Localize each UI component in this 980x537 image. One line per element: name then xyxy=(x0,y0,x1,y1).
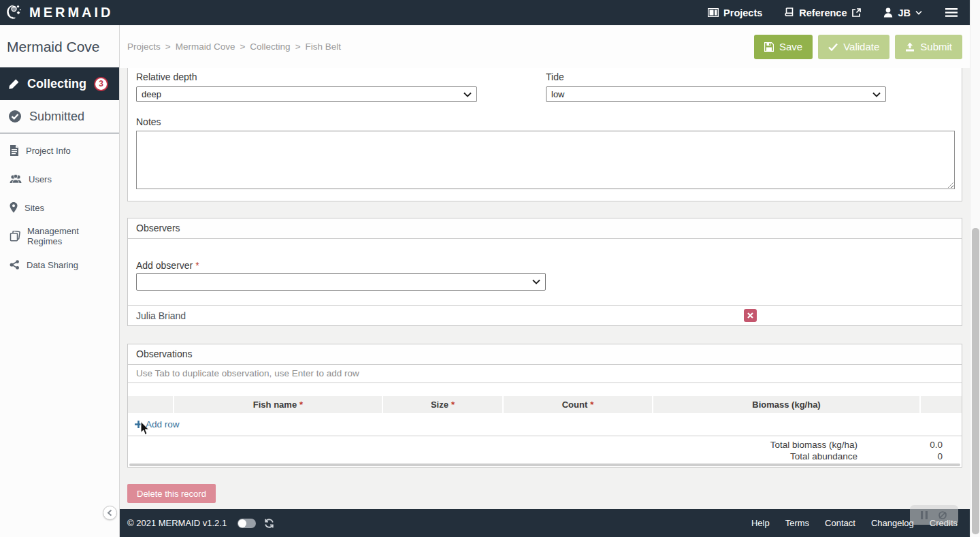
user-icon xyxy=(883,7,893,18)
replay-disabled-icon[interactable] xyxy=(938,510,947,520)
sidebar-submitted-label: Submitted xyxy=(29,110,84,124)
footer-link-changelog[interactable]: Changelog xyxy=(871,518,914,528)
offline-toggle[interactable] xyxy=(238,519,256,528)
book-icon xyxy=(784,7,794,18)
mermaid-logo-icon xyxy=(5,3,24,22)
navbar-menu: Projects Reference JB xyxy=(708,7,970,18)
sidebar-item-users[interactable]: Users xyxy=(0,165,119,193)
scrollbar-thumb[interactable] xyxy=(972,228,979,534)
check-icon xyxy=(828,43,838,51)
sidebar-link-label: Management Regimes xyxy=(27,226,110,246)
tide-select[interactable]: low xyxy=(546,86,886,102)
pencil-icon xyxy=(8,78,20,90)
collecting-count-badge: 3 xyxy=(94,77,108,91)
observations-card: Observations Use Tab to duplicate observ… xyxy=(127,344,962,468)
users-icon xyxy=(10,174,22,184)
breadcrumb-separator: > xyxy=(240,42,245,52)
plus-icon xyxy=(135,421,142,428)
breadcrumb-project[interactable]: Mermaid Cove xyxy=(176,42,235,52)
share-icon xyxy=(10,260,20,270)
sidebar-link-label: Project Info xyxy=(26,146,71,156)
column-header-row-number xyxy=(128,396,173,413)
save-button-label: Save xyxy=(779,41,802,52)
footer-link-help[interactable]: Help xyxy=(751,518,770,528)
relative-depth-label: Relative depth xyxy=(136,71,197,82)
sidebar-item-submitted[interactable]: Submitted xyxy=(0,100,119,133)
breadcrumb-projects[interactable]: Projects xyxy=(127,42,161,52)
pause-icon[interactable] xyxy=(921,511,928,519)
breadcrumb-collecting[interactable]: Collecting xyxy=(250,42,290,52)
sidebar: Mermaid Cove Collecting 3 Submitted Proj… xyxy=(0,25,120,537)
required-asterisk: * xyxy=(195,260,199,271)
relative-depth-value: deep xyxy=(142,89,161,99)
submit-button-label: Submit xyxy=(920,41,952,52)
observer-row: Julia Briand xyxy=(128,305,962,325)
footer: © 2021 MERMAID v1.2.1 Help Terms Contact… xyxy=(120,509,970,537)
observations-totals: Total biomass (kg/ha) 0.0 Total abundanc… xyxy=(770,440,943,462)
select-chevron-icon xyxy=(463,92,472,97)
column-label: Biomass (kg/ha) xyxy=(752,400,820,410)
validate-button[interactable]: Validate xyxy=(818,35,889,59)
resize-grip-icon[interactable] xyxy=(946,180,953,188)
required-asterisk: * xyxy=(590,400,593,410)
user-initials: JB xyxy=(898,7,911,18)
sidebar-item-data-sharing[interactable]: Data Sharing xyxy=(0,250,119,279)
menu-icon[interactable] xyxy=(945,8,958,17)
observers-title: Observers xyxy=(128,218,962,239)
column-header-actions xyxy=(921,396,962,413)
required-asterisk: * xyxy=(299,400,303,410)
sidebar-item-project-info[interactable]: Project Info xyxy=(0,136,119,165)
sidebar-item-management-regimes[interactable]: Management Regimes xyxy=(0,222,119,250)
copyright-text: © 2021 MERMAID v1.2.1 xyxy=(127,518,227,528)
add-observer-select[interactable] xyxy=(136,273,546,291)
column-header-fish-name: Fish name * xyxy=(174,396,382,413)
nav-reference[interactable]: Reference xyxy=(784,7,862,18)
select-chevron-icon xyxy=(532,279,540,284)
footer-link-contact[interactable]: Contact xyxy=(825,518,855,528)
observers-card: Observers Add observer * Julia Briand xyxy=(127,218,962,326)
observations-table-header: Fish name * Size * Count * Biomass (kg/h… xyxy=(128,396,962,413)
sync-refresh-icon[interactable] xyxy=(264,519,274,528)
sidebar-link-label: Data Sharing xyxy=(27,260,78,270)
observations-hint: Use Tab to duplicate observation, use En… xyxy=(128,365,962,383)
remove-observer-button[interactable] xyxy=(744,309,757,322)
nav-user-menu[interactable]: JB xyxy=(883,7,922,18)
relative-depth-select[interactable]: deep xyxy=(136,86,477,102)
notes-textarea[interactable] xyxy=(136,131,955,189)
save-button[interactable]: Save xyxy=(754,35,813,59)
validate-button-label: Validate xyxy=(843,41,879,52)
check-circle-icon xyxy=(8,110,22,123)
add-row-label: Add row xyxy=(146,419,180,429)
page-header: Projects > Mermaid Cove > Collecting > F… xyxy=(120,25,970,68)
brand-name: MERMAID xyxy=(29,5,114,20)
footer-link-terms[interactable]: Terms xyxy=(785,518,809,528)
vertical-scrollbar[interactable] xyxy=(970,0,980,537)
sidebar-collecting-label: Collecting xyxy=(27,77,86,91)
select-chevron-icon xyxy=(872,92,881,97)
sidebar-link-label: Sites xyxy=(24,203,44,213)
delete-record-button[interactable]: Delete this record xyxy=(127,484,216,503)
horizontal-scrollbar[interactable] xyxy=(129,463,960,466)
sidebar-links: Project Info Users Sites Management Regi… xyxy=(0,133,119,279)
add-observer-label: Add observer * xyxy=(136,260,199,271)
sidebar-item-sites[interactable]: Sites xyxy=(0,193,119,222)
add-row-button[interactable]: Add row xyxy=(128,413,962,436)
projects-icon xyxy=(708,8,719,17)
tide-label: Tide xyxy=(546,71,564,82)
mermaid-logo[interactable]: MERMAID xyxy=(0,3,114,22)
submit-button[interactable]: Submit xyxy=(895,35,962,59)
column-label: Count xyxy=(562,400,588,410)
nav-projects[interactable]: Projects xyxy=(708,7,762,18)
external-link-icon xyxy=(851,7,862,18)
tide-value: low xyxy=(551,89,565,99)
nav-reference-label: Reference xyxy=(799,7,847,18)
sample-info-card: Relative depth deep Tide low Notes xyxy=(127,68,962,201)
copy-pages-icon xyxy=(10,231,20,242)
chevron-down-icon xyxy=(915,10,922,15)
gif-player-overlay xyxy=(910,505,958,525)
sidebar-item-collecting[interactable]: Collecting 3 xyxy=(0,67,119,100)
floppy-icon xyxy=(764,42,774,52)
breadcrumb: Projects > Mermaid Cove > Collecting > F… xyxy=(120,42,341,52)
breadcrumb-separator: > xyxy=(165,42,171,52)
sidebar-collapse-button[interactable] xyxy=(103,506,117,520)
